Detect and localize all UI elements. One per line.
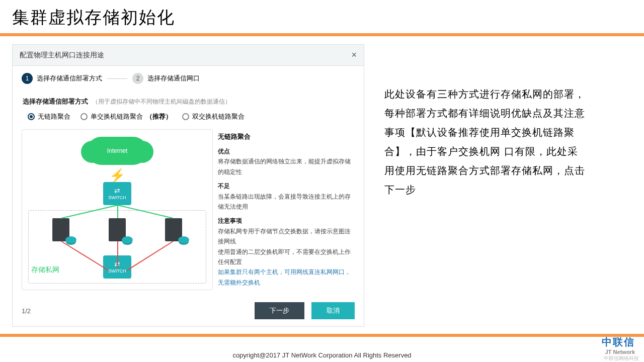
radio-single-switch-label: 单交换机链路聚合 — [91, 112, 143, 121]
topology-diagram: Internet ⚡ ⇄SWITCH ⇄SWITCH 存储私网 — [22, 129, 213, 290]
pros-heading: 优点 — [218, 146, 355, 156]
deploy-mode-radios: 无链路聚合 单交换机链路聚合 （推荐） 双交换机链路聚合 — [13, 110, 364, 126]
panel-body: Internet ⚡ ⇄SWITCH ⇄SWITCH 存储私网 — [13, 126, 364, 297]
pros-body: 将存储数据通信的网络独立出来，能提升虚拟存储的稳定性 — [218, 156, 355, 177]
radio-single-switch[interactable]: 单交换机链路聚合 （推荐） — [80, 112, 172, 121]
note-heading: 注意事项 — [218, 216, 355, 226]
footer-row: copyright@2017 JT NetWork Corporation Al… — [0, 351, 644, 359]
copyright-text: copyright@2017 JT NetWork Corporation Al… — [12, 351, 632, 359]
close-icon[interactable]: × — [351, 50, 357, 60]
internet-cloud-icon: Internet — [87, 137, 147, 165]
page-title: 集群虚拟存储初始化 — [0, 0, 644, 33]
switch-top-icon: ⇄SWITCH — [103, 182, 131, 205]
pager: 1/2 — [22, 307, 31, 315]
section-title: 选择存储通信部署方式 — [23, 98, 88, 105]
private-net-label: 存储私网 — [31, 265, 59, 275]
config-dialog: 配置物理主机网口连接用途 × 1 选择存储通信部署方式 2 选择存储通信网口 选… — [12, 44, 364, 327]
server-icon — [52, 218, 69, 241]
note-body-1: 存储私网专用于存储节点交换数据，请按示意图连接网线 — [218, 226, 355, 247]
stepper: 1 选择存储通信部署方式 2 选择存储通信网口 — [13, 66, 364, 91]
section-hint: （用于虚拟存储中不同物理主机间磁盘的数据通信） — [92, 98, 231, 105]
step-2-label: 选择存储通信网口 — [147, 74, 200, 83]
radio-no-agg-label: 无链路聚合 — [38, 112, 70, 121]
description-column: 无链路聚合 优点 将存储数据通信的网络独立出来，能提升虚拟存储的稳定性 不足 当… — [218, 129, 355, 290]
section-head: 选择存储通信部署方式 （用于虚拟存储中不同物理主机间磁盘的数据通信） — [13, 91, 364, 110]
company-logo: 中联信 JT Network — [602, 335, 635, 355]
note-body-2: 使用普通的二层交换机即可，不需要在交换机上作任何配置 — [218, 247, 355, 267]
bolt-icon: ⚡ — [109, 168, 125, 184]
radio-recommended-tag: （推荐） — [146, 112, 172, 121]
radio-dual-switch-label: 双交换机链路聚合 — [192, 112, 245, 121]
divider-top — [0, 33, 644, 36]
two-host-hint-link[interactable]: 如果集群只有两个主机，可用网线直连私网网口，无需额外交换机 — [218, 267, 355, 288]
step-2-circle: 2 — [132, 73, 143, 84]
step-1: 1 选择存储通信部署方式 — [22, 73, 102, 84]
switch-bottom-icon: ⇄SWITCH — [103, 255, 131, 279]
radio-dot-icon — [80, 113, 88, 120]
server-icon — [165, 218, 182, 241]
step-2: 2 选择存储通信网口 — [132, 73, 200, 84]
step-line — [107, 78, 127, 79]
radio-dot-icon — [182, 113, 189, 120]
cons-heading: 不足 — [218, 181, 355, 191]
step-1-label: 选择存储通信部署方式 — [37, 74, 102, 83]
slide-explanation: 此处设备有三种方式进行存储私网的部署，每种部署方式都有详细说明优缺点及其注意事项… — [384, 44, 586, 327]
dialog-header: 配置物理主机网口连接用途 × — [13, 45, 364, 66]
content-row: 配置物理主机网口连接用途 × 1 选择存储通信部署方式 2 选择存储通信网口 选… — [0, 44, 644, 327]
radio-dual-switch[interactable]: 双交换机链路聚合 — [182, 112, 245, 121]
radio-no-agg[interactable]: 无链路聚合 — [28, 112, 70, 121]
dialog-title: 配置物理主机网口连接用途 — [20, 51, 104, 60]
panel-footer: 1/2 下一步 取消 — [13, 297, 364, 326]
logo-cn: 中联信 — [602, 335, 635, 349]
radio-dot-icon — [28, 113, 35, 120]
divider-bottom — [0, 334, 644, 337]
desc-title: 无链路聚合 — [218, 131, 355, 142]
tiny-footer: 中联信网络科技 — [604, 355, 639, 362]
cons-body: 当某条链路出现故障，会直接导致连接主机上的存储无法使用 — [218, 192, 355, 212]
next-button[interactable]: 下一步 — [255, 302, 304, 319]
server-icon — [109, 218, 126, 241]
logo-en: JT Network — [602, 349, 635, 355]
cancel-button[interactable]: 取消 — [311, 302, 355, 319]
step-1-circle: 1 — [22, 73, 33, 84]
